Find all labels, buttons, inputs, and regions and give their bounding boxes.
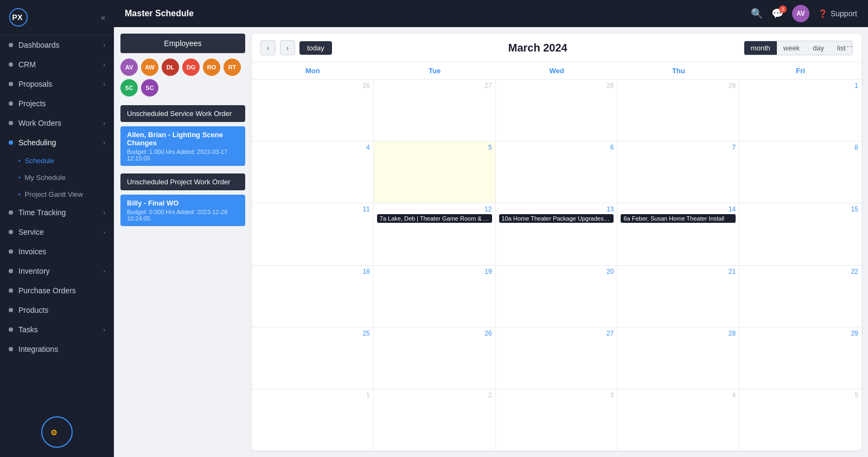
cal-cell-mar29[interactable]: 29 xyxy=(739,327,861,389)
chevron-icon: › xyxy=(103,209,105,216)
service-card-title: Allen, Brian - Lighting Scene Changes xyxy=(127,131,239,147)
calendar-week-5: 25 26 27 28 29 xyxy=(252,327,861,389)
chevron-icon: › xyxy=(103,61,105,68)
calendar-title: March 2024 xyxy=(508,42,567,54)
avatar-av[interactable]: AV xyxy=(120,59,138,76)
search-icon[interactable]: 🔍 xyxy=(751,8,763,20)
view-month-button[interactable]: month xyxy=(744,41,777,55)
sidebar-item-time-tracking[interactable]: Time Tracking › xyxy=(0,203,114,222)
notifications-icon[interactable]: 💬 2 xyxy=(771,8,783,20)
cal-cell-mar1[interactable]: 1 xyxy=(739,80,861,141)
cal-cell-mar13[interactable]: 13 10a Home Theater Package Upgrades 11-… xyxy=(496,203,618,265)
employees-button[interactable]: Employees xyxy=(120,34,245,53)
content-area: Employees AV AW DL DG RO RT SC SC Unsche… xyxy=(114,27,868,457)
sidebar-item-products[interactable]: Products xyxy=(0,300,114,320)
cal-cell-mar14[interactable]: 14 6a Feber, Susan Home Theater Install xyxy=(617,203,739,265)
sidebar-item-tasks[interactable]: Tasks › xyxy=(0,320,114,339)
help-icon: ❓ xyxy=(818,9,827,18)
cal-cell-feb27[interactable]: 27 xyxy=(374,80,496,141)
sidebar-item-my-schedule[interactable]: My Schedule xyxy=(0,169,114,186)
avatar-ro[interactable]: RO xyxy=(203,59,220,76)
sidebar-item-work-orders[interactable]: Work Orders › xyxy=(0,113,114,133)
avatar-sc1[interactable]: SC xyxy=(120,79,138,96)
view-week-button[interactable]: week xyxy=(777,41,806,55)
avatar-aw[interactable]: AW xyxy=(141,59,158,76)
calendar-day-headers: Mon Tue Wed Thu Fri xyxy=(252,62,861,80)
user-avatar[interactable]: AV xyxy=(792,5,809,22)
support-button[interactable]: ❓ Support xyxy=(818,9,857,18)
calendar: ⋯ ‹ › today March 2024 month week day li… xyxy=(252,34,861,450)
sidebar-item-integrations[interactable]: Integrations xyxy=(0,339,114,359)
more-options-button[interactable]: ⋯ xyxy=(843,40,853,52)
sidebar-item-crm[interactable]: CRM › xyxy=(0,55,114,74)
event-lake-deb[interactable]: 7a Lake, Deb | Theater Game Room & Audio… xyxy=(377,214,492,223)
cal-cell-mar21[interactable]: 21 xyxy=(617,266,739,327)
cal-cell-apr2[interactable]: 2 xyxy=(374,389,496,450)
view-day-button[interactable]: day xyxy=(806,41,831,55)
page-title: Master Schedule xyxy=(125,9,194,18)
cal-cell-mar12[interactable]: 12 7a Lake, Deb | Theater Game Room & Au… xyxy=(374,203,496,265)
avatar-dg[interactable]: DG xyxy=(182,59,200,76)
avatar-sc2[interactable]: SC xyxy=(141,79,158,96)
event-home-theater[interactable]: 10a Home Theater Package Upgrades 11-7-2… xyxy=(499,214,614,223)
cal-cell-mar28[interactable]: 28 xyxy=(617,327,739,389)
cal-cell-mar8[interactable]: 8 xyxy=(739,141,861,203)
topbar-actions: 🔍 💬 2 AV ❓ Support xyxy=(751,5,857,22)
main-content: Master Schedule 🔍 💬 2 AV ❓ Support Emplo… xyxy=(114,0,868,457)
logo[interactable]: PX xyxy=(9,8,28,27)
cal-cell-feb26[interactable]: 26 xyxy=(252,80,374,141)
sidebar-item-schedule[interactable]: Schedule xyxy=(0,152,114,169)
service-card-meta: Budget: 1.000 Hrs Added: 2022-03-17 12:1… xyxy=(127,149,239,162)
sidebar-toggle[interactable]: « xyxy=(101,13,105,22)
sidebar-item-invoices[interactable]: Invoices xyxy=(0,242,114,261)
cal-cell-mar18[interactable]: 18 xyxy=(252,266,374,327)
calendar-week-1: 26 27 28 29 1 xyxy=(252,80,861,141)
cal-cell-mar7[interactable]: 7 xyxy=(617,141,739,203)
calendar-week-6: 1 2 3 4 5 xyxy=(252,389,861,450)
cal-cell-mar26[interactable]: 26 xyxy=(374,327,496,389)
sidebar-item-service[interactable]: Service › xyxy=(0,222,114,242)
sidebar-item-projects[interactable]: Projects xyxy=(0,94,114,113)
calendar-body: 26 27 28 29 1 4 5 6 7 8 xyxy=(252,80,861,450)
cal-cell-apr4[interactable]: 4 xyxy=(617,389,739,450)
event-feber-susan[interactable]: 6a Feber, Susan Home Theater Install xyxy=(621,214,736,223)
next-month-button[interactable]: › xyxy=(280,40,295,55)
cal-cell-apr3[interactable]: 3 xyxy=(496,389,618,450)
cal-cell-mar6[interactable]: 6 xyxy=(496,141,618,203)
sidebar-item-inventory[interactable]: Inventory › xyxy=(0,261,114,281)
project-work-order-header: Unscheduled Project Work Order xyxy=(120,173,245,190)
cal-cell-mar20[interactable]: 20 xyxy=(496,266,618,327)
service-work-order-header: Unscheduled Service Work Order xyxy=(120,105,245,122)
cal-cell-mar19[interactable]: 19 xyxy=(374,266,496,327)
project-work-order-card[interactable]: Billy - Final WO Budget: 0.000 Hrs Added… xyxy=(120,195,245,226)
sidebar-item-purchase-orders[interactable]: Purchase Orders xyxy=(0,281,114,300)
project-card-meta: Budget: 0.000 Hrs Added: 2023-12-28 10:2… xyxy=(127,209,239,222)
chevron-icon: › xyxy=(103,120,105,126)
day-header-tue: Tue xyxy=(374,62,496,79)
cal-cell-mar22[interactable]: 22 xyxy=(739,266,861,327)
avatar-rt[interactable]: RT xyxy=(224,59,241,76)
employee-avatars: AV AW DL DG RO RT SC SC xyxy=(120,57,245,98)
chevron-icon: › xyxy=(103,81,105,87)
cal-cell-mar4[interactable]: 4 xyxy=(252,141,374,203)
cal-cell-feb29[interactable]: 29 xyxy=(617,80,739,141)
view-switcher: month week day list xyxy=(744,41,853,55)
calendar-week-3: 11 12 7a Lake, Deb | Theater Game Room &… xyxy=(252,203,861,265)
today-button[interactable]: today xyxy=(299,41,332,55)
avatar-dl[interactable]: DL xyxy=(162,59,179,76)
cal-cell-feb28[interactable]: 28 xyxy=(496,80,618,141)
cal-cell-mar11[interactable]: 11 xyxy=(252,203,374,265)
cal-cell-apr1[interactable]: 1 xyxy=(252,389,374,450)
sidebar-item-project-gantt[interactable]: Project Gantt View xyxy=(0,186,114,203)
sidebar-item-scheduling[interactable]: Scheduling › xyxy=(0,133,114,152)
sidebar-item-proposals[interactable]: Proposals › xyxy=(0,74,114,94)
service-work-order-card[interactable]: Allen, Brian - Lighting Scene Changes Bu… xyxy=(120,126,245,166)
sidebar-item-dashboards[interactable]: Dashboards › xyxy=(0,35,114,55)
prev-month-button[interactable]: ‹ xyxy=(260,40,276,55)
cal-cell-mar25[interactable]: 25 xyxy=(252,327,374,389)
cal-cell-mar15[interactable]: 15 xyxy=(739,203,861,265)
cal-cell-apr5[interactable]: 5 xyxy=(739,389,861,450)
chevron-icon: › xyxy=(103,268,105,274)
cal-cell-mar27[interactable]: 27 xyxy=(496,327,618,389)
cal-cell-mar5[interactable]: 5 xyxy=(374,141,496,203)
